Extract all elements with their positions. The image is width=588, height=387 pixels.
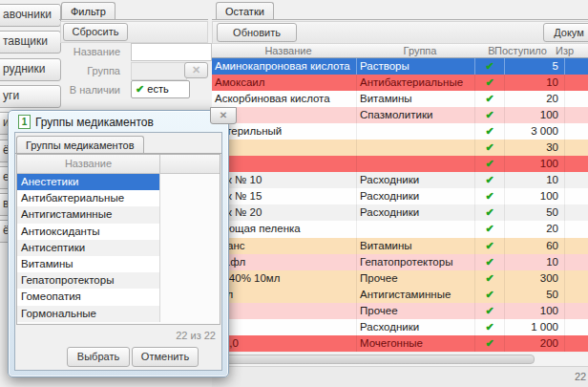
- cell-name: ник № 10: [212, 172, 356, 188]
- groups-list: АнестетикиАнтибактериальныеАнтигистаминн…: [17, 174, 220, 322]
- reset-filter-button[interactable]: Сбросить: [63, 23, 128, 41]
- stock-filter-label: В наличии: [61, 82, 120, 97]
- tab-filter[interactable]: Фильтр: [61, 2, 116, 20]
- cell-received: 100: [504, 303, 564, 319]
- group-list-item[interactable]: Гормональные: [17, 306, 160, 322]
- cell-received: 300: [504, 270, 564, 287]
- in-stock-check-icon: ✔: [485, 60, 494, 72]
- cell-used: [564, 140, 588, 156]
- refresh-button[interactable]: Обновить: [217, 23, 297, 42]
- table-row[interactable]: оп✔100: [212, 156, 588, 172]
- cell-in-stock: ✔: [474, 123, 504, 140]
- table-row[interactable]: Аскорбиновая кислотаВитамины✔20: [212, 91, 588, 107]
- cell-in-stock: ✔: [474, 303, 504, 319]
- cell-in-stock: ✔: [474, 270, 504, 287]
- horizontal-scrollbar-thumb[interactable]: [220, 355, 535, 364]
- dialog-record-count: 22 из 22: [176, 330, 216, 341]
- sidebar-item-1[interactable]: тавщики: [0, 31, 61, 54]
- table-row[interactable]: Аминокапроновая кислотаРастворы✔5: [212, 58, 588, 75]
- table-row[interactable]: Расходники✔1 000: [212, 319, 588, 335]
- stock-filter-button[interactable]: ✔ есть: [131, 80, 190, 98]
- cell-group: [356, 123, 474, 140]
- table-row[interactable]: тинСпазмолитики✔100: [212, 107, 588, 123]
- cell-in-stock: ✔: [474, 238, 504, 254]
- table-row[interactable]: с 2,0Мочегонные✔200: [212, 335, 588, 352]
- table-row[interactable]: ник № 10Расходники✔10: [212, 172, 588, 188]
- cell-group: Витамины: [356, 238, 474, 254]
- cell-in-stock: ✔: [474, 140, 504, 156]
- cancel-button[interactable]: Отменить: [132, 347, 199, 367]
- group-list-item[interactable]: Антибактериальные: [17, 190, 160, 206]
- table-row[interactable]: ник № 20Расходники✔50: [212, 204, 588, 221]
- close-icon[interactable]: ✕: [210, 107, 237, 124]
- cell-received: 50: [504, 287, 564, 303]
- dialog-tab-groups[interactable]: Группы медикаментов: [16, 136, 144, 154]
- groups-grid: Название АнестетикиАнтибактериальныеАнти…: [16, 154, 220, 325]
- group-list-item[interactable]: Антиоксиданты: [17, 224, 160, 240]
- column-header-1[interactable]: Группа: [361, 44, 479, 57]
- dialog-body: Группы медикаментов Название АнестетикиА…: [14, 132, 222, 371]
- clear-group-button[interactable]: ✕: [184, 62, 208, 78]
- cell-received: 1 000: [504, 319, 564, 335]
- horizontal-scrollbar[interactable]: [212, 353, 588, 366]
- sidebar-item-0[interactable]: авочники: [0, 4, 61, 27]
- dialog-titlebar[interactable]: 1 Группы медикаментов ✕: [9, 111, 228, 132]
- group-list-item[interactable]: Антисептики: [17, 240, 160, 256]
- cell-group: Прочее: [356, 303, 474, 319]
- cell-group: Мочегонные: [356, 335, 474, 352]
- column-header-4[interactable]: Изр: [556, 44, 574, 57]
- documents-button[interactable]: Докум: [543, 23, 588, 42]
- table-row[interactable]: АмоксаилАнтибактериальные✔10: [212, 75, 588, 91]
- in-stock-check-icon: ✔: [485, 337, 494, 349]
- column-header-3[interactable]: Поступило: [494, 44, 547, 57]
- cell-in-stock: ✔: [474, 254, 504, 270]
- in-stock-check-icon: ✔: [485, 321, 494, 333]
- name-filter-input[interactable]: [131, 43, 212, 61]
- cell-received: 10: [504, 254, 564, 270]
- cell-received: 5: [504, 58, 564, 75]
- table-row[interactable]: л 1флГепатопротекторы✔10: [212, 254, 588, 270]
- column-header-0[interactable]: Название: [217, 44, 360, 57]
- table-row[interactable]: алансВитамины✔60: [212, 238, 588, 254]
- table-row[interactable]: ролАнтигистаминные✔50: [212, 287, 588, 303]
- cell-group: Расходники: [356, 172, 474, 188]
- group-filter-label: Группа: [61, 63, 120, 78]
- group-list-item[interactable]: Анестетики: [17, 174, 160, 190]
- column-header-name[interactable]: Название: [17, 155, 160, 173]
- table-row[interactable]: естерильный✔3 000: [212, 123, 588, 140]
- name-filter-label: Название: [61, 44, 120, 59]
- in-stock-check-icon: ✔: [485, 305, 494, 316]
- stock-status-bar: 22: [212, 366, 588, 387]
- cell-name: ник № 20: [212, 204, 356, 221]
- cell-used: [564, 75, 588, 91]
- cell-received: 10: [504, 172, 564, 188]
- cell-used: [564, 221, 588, 237]
- clear-x-icon: ✕: [192, 64, 200, 75]
- cell-in-stock: ✔: [474, 107, 504, 123]
- table-row[interactable]: ник № 15Расходники✔100: [212, 188, 588, 204]
- cell-used: [564, 254, 588, 270]
- sidebar-item-3[interactable]: уги: [0, 85, 61, 108]
- select-button[interactable]: Выбрать: [67, 347, 130, 367]
- table-row[interactable]: за 40% 10млПрочее✔300: [212, 270, 588, 287]
- cell-group: Спазмолитики: [356, 107, 474, 123]
- group-list-item[interactable]: Гепатопротекторы: [17, 272, 160, 289]
- tab-stock[interactable]: Остатки: [216, 2, 274, 20]
- table-row[interactable]: кПрочее✔100: [212, 303, 588, 319]
- sidebar-item-2[interactable]: рудники: [0, 58, 61, 81]
- cell-used: [564, 319, 588, 335]
- table-row[interactable]: оп✔30: [212, 140, 588, 156]
- stock-table: Аминокапроновая кислотаРастворы✔5Амоксаи…: [212, 58, 588, 353]
- cell-name: рол: [212, 287, 356, 303]
- group-list-item[interactable]: Гомеопатия: [17, 289, 160, 305]
- group-list-item[interactable]: Антигистаминные: [17, 206, 160, 223]
- group-list-item[interactable]: Витамины: [17, 256, 160, 272]
- stock-filter-value: есть: [147, 83, 168, 95]
- in-stock-check-icon: ✔: [485, 158, 494, 169]
- table-row[interactable]: вающая пеленка✔20: [212, 221, 588, 237]
- in-stock-check-icon: ✔: [485, 240, 494, 251]
- group-filter-input[interactable]: [131, 62, 187, 80]
- stock-toolbar: Обновить Докум: [212, 21, 588, 44]
- in-stock-check-icon: ✔: [485, 109, 494, 120]
- cell-received: 3 000: [504, 123, 564, 140]
